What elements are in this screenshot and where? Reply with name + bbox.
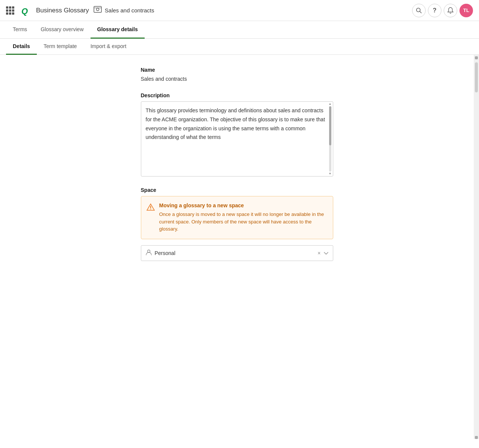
user-avatar[interactable]: TL	[459, 4, 473, 17]
space-chevron-icon[interactable]	[324, 250, 328, 256]
logo[interactable]: Q Business Glossary	[20, 4, 89, 17]
description-text: This glossary provides terminology and d…	[146, 107, 325, 140]
form-section: Name Sales and contracts Description Thi…	[132, 67, 342, 261]
scroll-down-arrow[interactable]: ▼	[329, 172, 332, 175]
name-label: Name	[141, 67, 333, 73]
space-dropdown[interactable]: Personal ×	[141, 245, 333, 261]
warning-content: Moving a glossary to a new space Once a …	[159, 202, 327, 233]
scroll-up-arrow[interactable]: ▲	[329, 103, 332, 106]
scroll-top-arrow[interactable]	[475, 56, 478, 59]
description-box[interactable]: This glossary provides terminology and d…	[141, 101, 333, 176]
qlik-logo-svg: Q	[20, 4, 33, 17]
warning-box: Moving a glossary to a new space Once a …	[141, 196, 333, 239]
top-nav: Q Business Glossary Sales and contracts …	[0, 0, 479, 21]
space-value: Personal	[155, 250, 315, 256]
glossary-name: Sales and contracts	[105, 7, 154, 14]
glossary-selector[interactable]: Sales and contracts	[94, 6, 154, 15]
space-clear-button[interactable]: ×	[317, 250, 320, 256]
tab-glossary-overview[interactable]: Glossary overview	[34, 21, 90, 39]
tab-terms[interactable]: Terms	[6, 21, 34, 39]
tab-import-export[interactable]: Import & export	[84, 39, 133, 55]
tab-term-template[interactable]: Term template	[37, 39, 84, 55]
svg-text:Q: Q	[21, 6, 28, 16]
warning-icon	[147, 203, 155, 233]
space-field-group: Space Moving a glossary to a new space O…	[141, 187, 333, 261]
scroll-bottom-arrow[interactable]	[475, 436, 478, 439]
space-actions: ×	[317, 250, 328, 256]
svg-line-6	[420, 11, 422, 13]
help-icon: ?	[433, 7, 437, 14]
svg-rect-2	[94, 6, 101, 12]
help-button[interactable]: ?	[428, 4, 441, 17]
app-title: Business Glossary	[36, 7, 89, 14]
nav-icons: ? TL	[412, 4, 473, 17]
space-label: Space	[141, 187, 333, 193]
name-value: Sales and contracts	[141, 76, 333, 82]
main-content: Name Sales and contracts Description Thi…	[0, 55, 479, 439]
svg-point-8	[150, 209, 151, 210]
glossary-icon	[94, 6, 102, 15]
name-field-group: Name Sales and contracts	[141, 67, 333, 82]
space-person-icon	[146, 249, 152, 257]
secondary-tabs: Details Term template Import & export	[0, 39, 479, 55]
svg-point-3	[96, 8, 99, 11]
search-button[interactable]	[412, 4, 426, 17]
tab-details[interactable]: Details	[6, 39, 37, 55]
notifications-button[interactable]	[444, 4, 457, 17]
scroll-thumb-main[interactable]	[475, 62, 478, 92]
description-label: Description	[141, 92, 333, 98]
main-scrollbar[interactable]	[474, 55, 479, 439]
scroll-track	[329, 106, 331, 172]
primary-tabs: Terms Glossary overview Glossary details	[0, 21, 479, 39]
warning-title: Moving a glossary to a new space	[159, 202, 327, 208]
grid-icon[interactable]	[6, 6, 14, 15]
scroll-thumb	[329, 106, 331, 145]
content-area[interactable]: Name Sales and contracts Description Thi…	[0, 55, 474, 439]
description-scrollbar[interactable]: ▲ ▼	[328, 103, 332, 175]
description-field-group: Description This glossary provides termi…	[141, 92, 333, 176]
tab-glossary-details[interactable]: Glossary details	[91, 21, 145, 39]
warning-text: Once a glossary is moved to a new space …	[159, 211, 327, 233]
